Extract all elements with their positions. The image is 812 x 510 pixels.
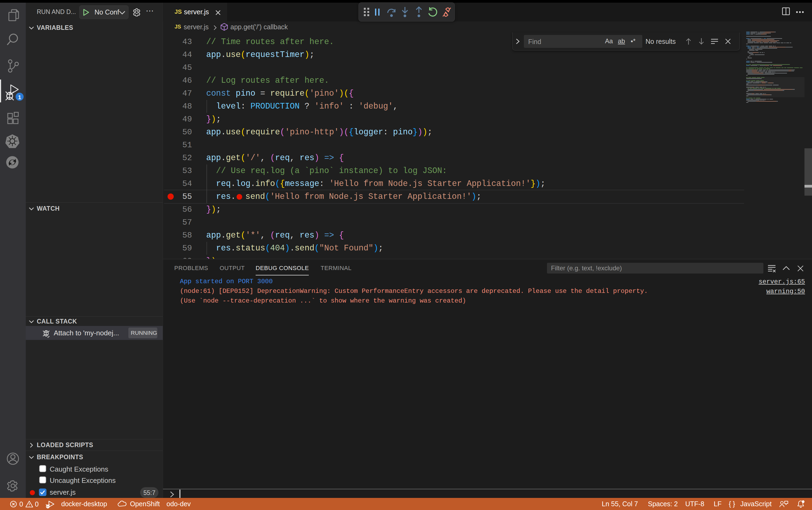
svg-text:1: 1: [18, 94, 21, 100]
